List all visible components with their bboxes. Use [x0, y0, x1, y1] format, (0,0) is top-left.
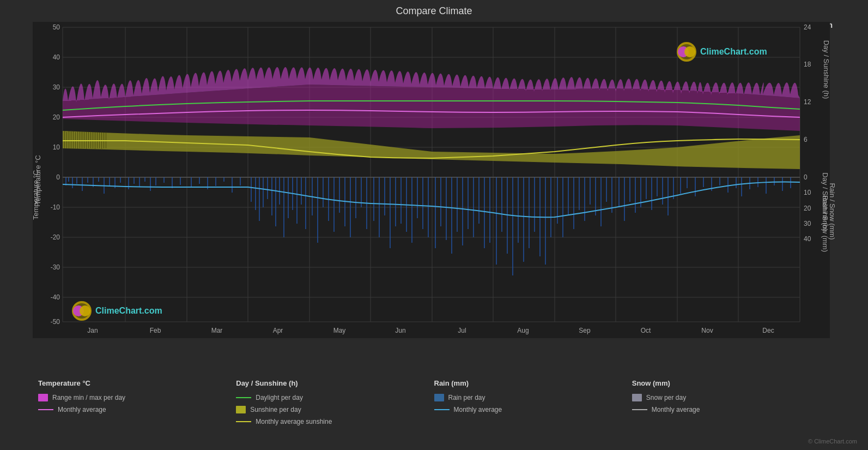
svg-rect-147: [782, 177, 783, 191]
svg-rect-60: [275, 177, 276, 226]
svg-text:30: 30: [53, 83, 60, 91]
svg-text:6: 6: [804, 136, 808, 143]
legend-col-temperature: Temperature °C Range min / max per day M…: [38, 379, 236, 425]
svg-rect-46: [180, 177, 181, 185]
svg-rect-75: [350, 177, 351, 237]
svg-rect-100: [489, 177, 490, 243]
svg-text:18: 18: [804, 61, 811, 68]
svg-text:10: 10: [53, 143, 60, 151]
svg-rect-72: [333, 177, 335, 232]
svg-text:Dec: Dec: [762, 327, 774, 334]
svg-rect-51: [223, 177, 224, 182]
legend-item-snow: Snow per day: [632, 394, 830, 401]
svg-rect-123: [618, 177, 620, 207]
svg-point-207: [80, 305, 90, 316]
svg-rect-30: [82, 177, 83, 191]
chart-area: 50 40 30 20 10 0 -10 -20 -30 -40 -50 24 …: [33, 22, 838, 340]
svg-rect-111: [550, 177, 551, 237]
svg-rect-131: [662, 177, 663, 205]
svg-rect-87: [417, 177, 418, 218]
svg-rect-140: [727, 177, 729, 193]
svg-rect-129: [651, 177, 652, 210]
svg-rect-121: [606, 177, 607, 202]
svg-rect-27: [68, 177, 69, 182]
svg-rect-151: [69, 131, 69, 149]
svg-rect-135: [687, 177, 688, 188]
legend-item-range: Range min / max per day: [38, 394, 236, 401]
daylight-label: Daylight per day: [256, 394, 303, 401]
svg-text:0: 0: [804, 173, 808, 181]
legend-title-temperature: Temperature °C: [38, 379, 236, 387]
svg-rect-142: [741, 177, 742, 196]
svg-rect-114: [568, 177, 569, 215]
svg-rect-80: [379, 177, 380, 237]
svg-rect-53: [240, 177, 241, 185]
svg-rect-59: [271, 177, 272, 215]
svg-rect-86: [411, 177, 412, 243]
svg-rect-70: [323, 177, 324, 207]
svg-rect-52: [232, 177, 233, 193]
svg-text:50: 50: [53, 23, 60, 31]
svg-rect-160: [88, 131, 89, 148]
left-axis-temp-label: Temperature °C: [32, 170, 40, 220]
svg-text:40: 40: [804, 235, 811, 243]
right-axis-rain-label: Rain / Snow (mm): [828, 183, 836, 239]
svg-rect-91: [440, 177, 441, 226]
svg-rect-90: [435, 177, 436, 248]
svg-rect-146: [774, 177, 775, 185]
svg-rect-126: [635, 177, 636, 213]
svg-text:May: May: [333, 327, 346, 334]
legend-item-monthly-avg-snow: Monthly average: [632, 406, 830, 413]
svg-rect-120: [600, 177, 602, 226]
svg-rect-134: [680, 177, 681, 194]
svg-text:40: 40: [53, 53, 60, 61]
svg-rect-44: [163, 177, 165, 183]
svg-rect-97: [473, 177, 474, 237]
svg-rect-65: [296, 177, 298, 224]
svg-rect-48: [199, 177, 200, 184]
svg-text:Apr: Apr: [273, 327, 283, 334]
svg-text:Sep: Sep: [579, 327, 591, 334]
legend: Temperature °C Range min / max per day M…: [0, 371, 868, 434]
temperature-avg-label: Monthly average: [58, 406, 106, 413]
sunshine-label: Sunshine per day: [250, 406, 301, 413]
svg-rect-38: [128, 177, 129, 189]
svg-rect-67: [305, 177, 306, 229]
legend-item-daylight: Daylight per day: [236, 394, 434, 401]
temperature-range-label: Range min / max per day: [52, 394, 125, 401]
legend-title-snow: Snow (mm): [632, 379, 830, 387]
svg-rect-157: [82, 131, 82, 148]
svg-rect-96: [468, 177, 469, 229]
svg-rect-155: [77, 131, 78, 149]
svg-text:Jun: Jun: [395, 327, 405, 334]
svg-rect-50: [215, 177, 216, 186]
right-axis-day-label: Day / Sunshine (h): [823, 40, 831, 99]
svg-text:Nov: Nov: [701, 327, 713, 334]
svg-rect-104: [512, 177, 513, 275]
svg-text:20: 20: [804, 205, 811, 212]
svg-rect-73: [339, 177, 340, 213]
svg-rect-139: [719, 177, 720, 185]
svg-rect-125: [629, 177, 630, 202]
svg-rect-161: [90, 131, 91, 148]
chart-svg: 50 40 30 20 10 0 -10 -20 -30 -40 -50 24 …: [33, 22, 830, 338]
svg-text:Oct: Oct: [641, 327, 651, 334]
svg-rect-141: [736, 177, 737, 188]
svg-rect-39: [133, 177, 135, 184]
svg-rect-42: [150, 177, 151, 191]
svg-rect-119: [595, 177, 596, 215]
svg-text:ClimeChart.com: ClimeChart.com: [95, 306, 162, 315]
temperature-avg-line: [38, 409, 53, 410]
svg-rect-81: [384, 177, 385, 215]
svg-rect-47: [191, 177, 192, 187]
svg-rect-117: [584, 177, 585, 221]
svg-rect-54: [251, 177, 252, 202]
snow-avg-label: Monthly average: [652, 406, 700, 413]
svg-rect-56: [259, 177, 260, 221]
svg-rect-102: [501, 177, 502, 232]
svg-text:30: 30: [804, 220, 811, 227]
svg-rect-93: [451, 177, 452, 254]
svg-text:-20: -20: [51, 233, 60, 241]
svg-rect-110: [545, 177, 546, 265]
legend-title-rain: Rain (mm): [434, 379, 632, 387]
